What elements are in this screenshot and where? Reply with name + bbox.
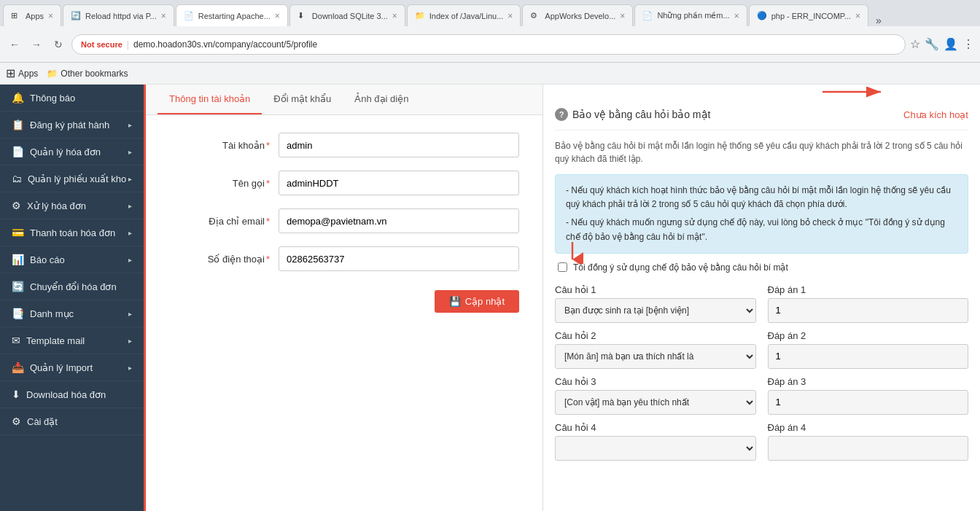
- download-icon: ⬇: [12, 389, 20, 400]
- tai-khoan-input[interactable]: [279, 133, 519, 157]
- sidebar-item-download-hd[interactable]: ⬇ Download hóa đơn: [0, 381, 144, 408]
- form-actions: 💾 Cập nhật: [169, 284, 519, 313]
- php-favicon: 🔵: [757, 11, 767, 21]
- chevron-xu-ly-hd: ▸: [128, 202, 132, 210]
- tab-apps[interactable]: ⊞ Apps ×: [3, 4, 61, 26]
- tab-appworks[interactable]: ⚙ AppWorks Develo... ×: [522, 4, 633, 26]
- tab-sqlite[interactable]: ⬇ Download SQLite 3... ×: [289, 4, 405, 26]
- a1-input[interactable]: [768, 298, 969, 323]
- address-bar[interactable]: Not secure | demo.hoadon30s.vn/company/a…: [71, 34, 906, 55]
- bookmark-star-icon[interactable]: ☆: [910, 37, 920, 51]
- tab-anh-dai-dien[interactable]: Ảnh đại diện: [343, 85, 420, 114]
- a3-label: Đáp án 3: [768, 376, 969, 387]
- email-input[interactable]: [279, 208, 519, 233]
- sidebar-thanh-toan-label: Thanh toán hóa đơn: [30, 227, 115, 238]
- update-button[interactable]: 💾 Cập nhật: [435, 290, 519, 313]
- agree-checkbox[interactable]: [558, 262, 567, 272]
- bookmark-other[interactable]: 📁 Other bookmarks: [47, 69, 128, 79]
- tab-appworks-close[interactable]: ×: [620, 11, 625, 21]
- sidebar-item-phieu-xuat-kho[interactable]: 🗂 Quản lý phiếu xuất kho ▸: [0, 165, 144, 192]
- sidebar-chuyen-doi-label: Chuyển đổi hóa đơn: [30, 281, 117, 292]
- a4-input[interactable]: [768, 436, 969, 461]
- sidebar-item-template-mail[interactable]: ✉ Template mail ▸: [0, 327, 144, 354]
- sidebar-item-xu-ly-hd[interactable]: ⚙ Xử lý hóa đơn ▸: [0, 192, 144, 219]
- ten-goi-input[interactable]: [279, 171, 519, 195]
- tab-reload-close[interactable]: ×: [161, 11, 166, 21]
- convert-icon: 🔄: [12, 281, 24, 292]
- qa-pair-1: Câu hỏi 1 Bạn được sinh ra tại [bệnh việ…: [555, 284, 968, 323]
- sqlite-favicon: ⬇: [298, 11, 308, 21]
- a2-input[interactable]: [768, 344, 969, 369]
- a2-item: Đáp án 2: [768, 330, 969, 369]
- sidebar-item-cai-dat[interactable]: ⚙ Cài đặt: [0, 408, 144, 435]
- tab-index-close[interactable]: ×: [508, 11, 513, 21]
- tab-doi-mat-khau[interactable]: Đổi mật khẩu: [262, 85, 343, 114]
- chevron-phieu-xuat-kho: ▸: [128, 175, 132, 183]
- ten-goi-group: Tên gọi*: [169, 171, 519, 195]
- back-button[interactable]: ←: [6, 36, 23, 53]
- chevron-bao-cao: ▸: [128, 256, 132, 264]
- sidebar-item-quan-ly-hd[interactable]: 📄 Quản lý hóa đơn ▸: [0, 139, 144, 165]
- tab-restarting-close[interactable]: ×: [275, 11, 280, 21]
- section-title: Bảo vệ bằng câu hỏi bảo mật: [572, 109, 710, 120]
- sidebar-download-hd-label: Download hóa đơn: [26, 389, 106, 400]
- agree-checkbox-label[interactable]: Tôi đồng ý sử dụng chế độ bảo vệ bằng câ…: [573, 262, 788, 273]
- bell-icon: 🔔: [12, 92, 24, 104]
- email-label: Địa chỉ email*: [169, 216, 279, 227]
- tab-nhung[interactable]: 📄 Những phần mềm... ×: [634, 4, 747, 26]
- tab-reload[interactable]: 🔄 Reload httpd via P... ×: [63, 4, 174, 26]
- sidebar-item-quan-ly-import[interactable]: 📥 Quản lý Import ▸: [0, 354, 144, 381]
- tab-appworks-label: AppWorks Develo...: [545, 12, 615, 20]
- tab-index[interactable]: 📁 Index of /Java/Linu... ×: [407, 4, 521, 26]
- address-text: demo.hoadon30s.vn/company/account/5/prof…: [133, 39, 317, 50]
- tab-php-label: php - ERR_INCOMP...: [771, 12, 851, 20]
- tab-php[interactable]: 🔵 php - ERR_INCOMP... ×: [749, 4, 868, 26]
- sidebar-item-bao-cao[interactable]: 📊 Báo cáo ▸: [0, 246, 144, 273]
- more-tabs-btn[interactable]: »: [870, 15, 887, 26]
- chevron-quan-ly-import: ▸: [128, 364, 132, 372]
- sidebar-item-danh-muc[interactable]: 📑 Danh mục ▸: [0, 300, 144, 327]
- tab-restarting[interactable]: 📄 Restarting Apache... ×: [176, 4, 288, 26]
- tab-nhung-label: Những phần mềm...: [657, 11, 729, 20]
- restarting-favicon: 📄: [184, 11, 194, 21]
- info-line-2: - Nếu quý khách muốn ngưng sử dụng chế đ…: [566, 216, 957, 243]
- refresh-button[interactable]: ↻: [50, 36, 67, 53]
- profile-icon[interactable]: 👤: [944, 37, 958, 51]
- sidebar-quan-ly-hd-label: Quản lý hóa đơn: [30, 147, 101, 157]
- forward-button[interactable]: →: [28, 36, 45, 53]
- sidebar-item-dang-ky[interactable]: 📋 Đăng ký phát hành ▸: [0, 112, 144, 139]
- sidebar-item-chuyen-doi[interactable]: 🔄 Chuyển đổi hóa đơn: [0, 273, 144, 300]
- bookmark-apps[interactable]: ⊞ Apps: [6, 66, 38, 80]
- q1-select[interactable]: Bạn được sinh ra tại [bệnh viện]: [555, 298, 756, 323]
- q4-select[interactable]: [555, 436, 756, 461]
- sidebar-danh-muc-label: Danh mục: [30, 308, 74, 319]
- security-info-box: - Nếu quý khách kích hoạt hình thức bảo …: [555, 174, 968, 254]
- a3-input[interactable]: [768, 390, 969, 415]
- qa-pair-2: Câu hỏi 2 [Món ăn] mà bạn ưa thích nhất …: [555, 330, 968, 369]
- not-secure-indicator: Not secure: [81, 40, 122, 49]
- sidebar-item-thanh-toan[interactable]: 💳 Thanh toán hóa đơn ▸: [0, 219, 144, 246]
- other-bookmarks-icon: 📁: [47, 69, 58, 79]
- tab-sqlite-close[interactable]: ×: [392, 11, 397, 21]
- settings-icon: ⚙: [12, 416, 21, 427]
- menu-icon[interactable]: ⋮: [962, 37, 974, 51]
- sidebar-xu-ly-hd-label: Xử lý hóa đơn: [27, 200, 86, 211]
- account-panel: Thông tin tài khoản Đổi mật khẩu Ảnh đại…: [146, 85, 543, 511]
- tab-nhung-close[interactable]: ×: [734, 11, 739, 21]
- red-arrow-annotation: [779, 85, 925, 103]
- a4-item: Đáp án 4: [768, 422, 969, 461]
- q3-select[interactable]: [Con vật] mà bạn yêu thích nhất: [555, 390, 756, 415]
- a1-item: Đáp án 1: [768, 284, 969, 323]
- qa-section: Câu hỏi 1 Bạn được sinh ra tại [bệnh việ…: [555, 284, 968, 461]
- tab-php-close[interactable]: ×: [855, 11, 860, 21]
- a1-label: Đáp án 1: [768, 284, 969, 295]
- phone-input[interactable]: [279, 246, 519, 271]
- tab-apps-close[interactable]: ×: [48, 11, 53, 21]
- tab-thong-tin[interactable]: Thông tin tài khoản: [158, 85, 262, 114]
- arrow-area-top: [555, 85, 968, 99]
- sidebar-item-thong-bao[interactable]: 🔔 Thông báo: [0, 85, 144, 112]
- extensions-icon[interactable]: 🔧: [925, 37, 939, 51]
- q2-select[interactable]: [Món ăn] mà bạn ưa thích nhất là: [555, 344, 756, 369]
- reload-favicon: 🔄: [71, 11, 81, 21]
- q4-label: Câu hỏi 4: [555, 422, 756, 433]
